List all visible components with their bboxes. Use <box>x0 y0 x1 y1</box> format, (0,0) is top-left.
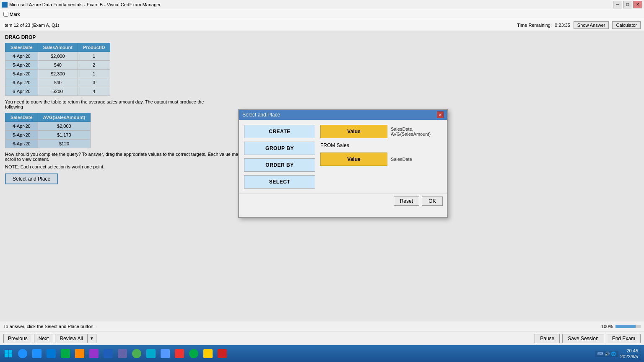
app5-icon <box>203 349 213 358</box>
title-bar-controls: ─ □ ✕ <box>613 1 642 8</box>
edge-icon-button[interactable] <box>44 347 58 360</box>
previous-button[interactable]: Previous <box>3 334 32 343</box>
clock-time: 20:45 <box>620 348 638 354</box>
drop-zone-2[interactable]: Value <box>320 153 387 166</box>
nav-bar: Previous Next Review All ▼ Pause Save Se… <box>0 331 644 345</box>
review-all-arrow[interactable]: ▼ <box>87 334 96 343</box>
zoom-bar <box>615 325 641 328</box>
app1-icon <box>146 349 156 358</box>
windows-icon <box>5 350 12 357</box>
time-remaining-label: Time Remaining: 0:23:35 <box>517 23 570 28</box>
next-button[interactable]: Next <box>34 334 54 343</box>
item-info: Item 12 of 23 (Exam A, Q1) <box>3 23 59 28</box>
taskbar-left <box>2 347 229 360</box>
app4-icon-button[interactable] <box>187 347 200 360</box>
status-text: To answer, click the Select and Place bu… <box>3 324 95 329</box>
taskview-icon <box>32 349 42 358</box>
title-bar: Microsoft Azure Data Fundamentals - Exam… <box>0 0 644 9</box>
header-row: Item 12 of 23 (Exam A, Q1) Time Remainin… <box>0 19 644 31</box>
header-right: Time Remaining: 0:23:35 Show Answer Calc… <box>517 21 641 29</box>
system-tray: ⌨ 🔊 🌐 <box>595 351 618 357</box>
app3-icon-button[interactable] <box>173 347 186 360</box>
reset-button[interactable]: Reset <box>394 197 419 206</box>
modal-overlay: Select and Place ✕ CREATE GROUP BY ORDER… <box>0 31 644 321</box>
from-sales-row: FROM Sales <box>320 140 442 151</box>
drop-zone-row-2: Value SalesDate <box>320 153 442 166</box>
show-answer-button[interactable]: Show Answer <box>574 21 609 29</box>
search-taskbar-button[interactable] <box>16 347 29 360</box>
modal-title: Select and Place <box>242 112 280 118</box>
start-button[interactable] <box>2 347 15 360</box>
onenote-icon-button[interactable] <box>87 347 101 360</box>
word-icon-button[interactable] <box>101 347 115 360</box>
mark-label: Mark <box>10 12 20 17</box>
modal-close-button[interactable]: ✕ <box>437 111 444 118</box>
zoom-fill <box>615 325 636 328</box>
clock-date: 2022/9/5 <box>620 354 638 359</box>
folder-icon-button[interactable] <box>73 347 86 360</box>
task-view-button[interactable] <box>30 347 44 360</box>
tray-icon-3: 🌐 <box>611 352 616 356</box>
visualcertexam-icon-button[interactable] <box>216 347 229 360</box>
nav-left: Previous Next Review All ▼ <box>3 334 96 343</box>
ok-button[interactable]: OK <box>422 197 443 206</box>
select-place-modal: Select and Place ✕ CREATE GROUP BY ORDER… <box>238 109 448 218</box>
app5-icon-button[interactable] <box>201 347 215 360</box>
status-right: 100% <box>601 324 641 329</box>
drop-zone-1[interactable]: Value <box>320 125 387 138</box>
drop-zone-label-2: SalesDate <box>391 157 412 162</box>
modal-body: CREATE GROUP BY ORDER BY SELECT Value Sa… <box>239 120 447 194</box>
nav-right: Pause Save Session End Exam <box>535 334 641 343</box>
tray-icon-2: 🔊 <box>605 352 610 356</box>
minimize-button[interactable]: ─ <box>613 1 622 8</box>
modal-right-panel: Value SalesDate,AVG(SalesAmount) FROM Sa… <box>320 125 442 189</box>
from-sales-text: FROM Sales <box>320 141 349 150</box>
window-title: Microsoft Azure Data Fundamentals - Exam… <box>9 2 161 7</box>
excel-icon <box>61 349 70 358</box>
app4-icon <box>189 349 198 358</box>
taskbar: ⌨ 🔊 🌐 20:45 2022/9/5 <box>0 345 644 362</box>
app2-icon-button[interactable] <box>158 347 172 360</box>
drop-zone-label-1: SalesDate,AVG(SalesAmount) <box>391 127 431 137</box>
search-icon <box>18 349 27 358</box>
close-button[interactable]: ✕ <box>633 1 642 8</box>
main-content: DRAG DROP SalesDate SalesAmount ProductI… <box>0 31 644 321</box>
save-session-button[interactable]: Save Session <box>562 334 604 343</box>
modal-footer: Reset OK <box>239 194 447 208</box>
visualcertexam-icon <box>218 349 227 358</box>
select-button[interactable]: SELECT <box>244 175 315 189</box>
mark-toolbar: Mark <box>0 9 644 19</box>
taskbar-clock[interactable]: 20:45 2022/9/5 <box>620 348 638 360</box>
status-bar: To answer, click the Select and Place bu… <box>0 321 644 331</box>
review-btn-group: Review All ▼ <box>55 334 96 343</box>
title-bar-left: Microsoft Azure Data Fundamentals - Exam… <box>2 2 161 8</box>
pause-button[interactable]: Pause <box>535 334 560 343</box>
group-by-button[interactable]: GROUP BY <box>244 142 315 155</box>
time-value: 0:23:35 <box>555 23 570 28</box>
show-desktop-button[interactable] <box>640 347 642 360</box>
teams-icon-button[interactable] <box>116 347 129 360</box>
onenote-icon <box>89 349 99 358</box>
end-exam-button[interactable]: End Exam <box>607 334 641 343</box>
drop-zone-row-1: Value SalesDate,AVG(SalesAmount) <box>320 125 442 138</box>
create-button[interactable]: CREATE <box>244 125 315 138</box>
teams-icon <box>118 349 127 358</box>
modal-title-bar: Select and Place ✕ <box>239 110 447 120</box>
mark-checkbox[interactable] <box>3 12 8 17</box>
zoom-level: 100% <box>601 324 613 329</box>
word-icon <box>104 349 113 358</box>
empty-row <box>320 168 442 184</box>
modal-left-panel: CREATE GROUP BY ORDER BY SELECT <box>244 125 315 189</box>
edge-icon <box>47 349 56 358</box>
mark-checkbox-label[interactable]: Mark <box>3 12 20 17</box>
excel-icon-button[interactable] <box>59 347 72 360</box>
chrome-icon <box>132 349 141 358</box>
calculator-button[interactable]: Calculator <box>612 21 641 29</box>
maximize-button[interactable]: □ <box>623 1 632 8</box>
folder-icon <box>75 349 84 358</box>
chrome-icon-button[interactable] <box>130 347 143 360</box>
order-by-button[interactable]: ORDER BY <box>244 158 315 172</box>
review-all-button[interactable]: Review All <box>55 334 87 343</box>
app3-icon <box>175 349 184 358</box>
app1-icon-button[interactable] <box>144 347 158 360</box>
